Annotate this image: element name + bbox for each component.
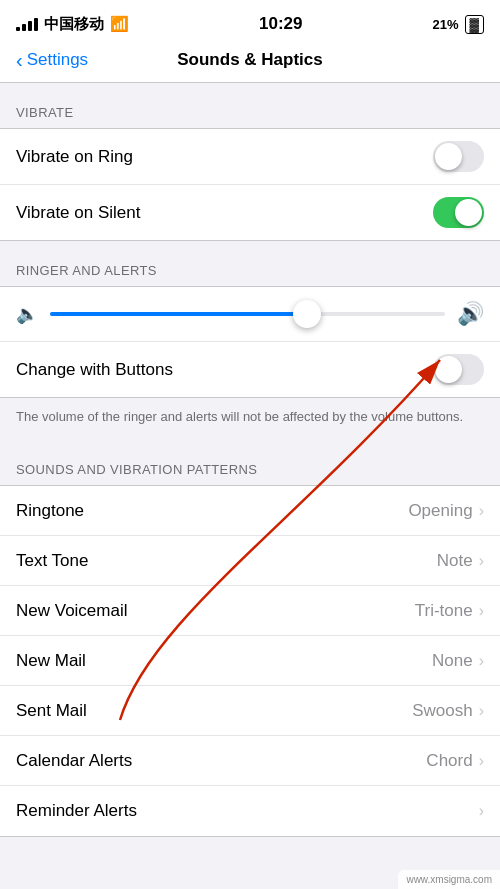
text-tone-row[interactable]: Text Tone Note › <box>0 536 500 586</box>
reminder-alerts-label: Reminder Alerts <box>16 801 473 821</box>
chevron-right-icon: › <box>479 752 484 770</box>
sounds-section-header: SOUNDS AND VIBRATION PATTERNS <box>0 440 500 485</box>
new-mail-label: New Mail <box>16 651 432 671</box>
chevron-left-icon: ‹ <box>16 49 23 72</box>
back-label: Settings <box>27 50 88 70</box>
vibrate-on-ring-row: Vibrate on Ring <box>0 129 500 185</box>
reminder-alerts-row[interactable]: Reminder Alerts › <box>0 786 500 836</box>
status-right: 21% ▓ <box>432 15 484 34</box>
status-time: 10:29 <box>259 14 302 34</box>
volume-slider[interactable] <box>50 312 445 316</box>
sent-mail-value: Swoosh <box>412 701 472 721</box>
signal-icon <box>16 18 38 31</box>
status-bar: 中国移动 📶 10:29 21% ▓ <box>0 0 500 40</box>
vibrate-group: Vibrate on Ring Vibrate on Silent <box>0 128 500 241</box>
battery-icon: ▓ <box>465 15 484 34</box>
ringer-info-text: The volume of the ringer and alerts will… <box>0 398 500 440</box>
vibrate-section-header: VIBRATE <box>0 83 500 128</box>
ringtone-row[interactable]: Ringtone Opening › <box>0 486 500 536</box>
volume-high-icon: 🔊 <box>457 301 484 327</box>
toggle-knob <box>435 143 462 170</box>
calendar-alerts-row[interactable]: Calendar Alerts Chord › <box>0 736 500 786</box>
text-tone-value: Note <box>437 551 473 571</box>
sent-mail-row[interactable]: Sent Mail Swoosh › <box>0 686 500 736</box>
chevron-right-icon: › <box>479 552 484 570</box>
chevron-right-icon: › <box>479 802 484 820</box>
vibrate-on-ring-label: Vibrate on Ring <box>16 147 433 167</box>
change-with-buttons-label: Change with Buttons <box>16 360 433 380</box>
vibrate-on-ring-toggle[interactable] <box>433 141 484 172</box>
battery-label: 21% <box>432 17 458 32</box>
calendar-alerts-label: Calendar Alerts <box>16 751 426 771</box>
back-button[interactable]: ‹ Settings <box>16 49 88 72</box>
vibrate-on-silent-label: Vibrate on Silent <box>16 203 433 223</box>
sounds-group: Ringtone Opening › Text Tone Note › New … <box>0 485 500 837</box>
ringer-group: 🔈 🔊 Change with Buttons <box>0 286 500 398</box>
sent-mail-label: Sent Mail <box>16 701 412 721</box>
chevron-right-icon: › <box>479 502 484 520</box>
slider-fill <box>50 312 307 316</box>
new-voicemail-value: Tri-tone <box>415 601 473 621</box>
wifi-icon: 📶 <box>110 15 129 33</box>
slider-thumb[interactable] <box>293 300 321 328</box>
vibrate-on-silent-row: Vibrate on Silent <box>0 185 500 240</box>
nav-bar: ‹ Settings Sounds & Haptics <box>0 40 500 83</box>
chevron-right-icon: › <box>479 602 484 620</box>
watermark: www.xmsigma.com <box>398 870 500 889</box>
new-mail-row[interactable]: New Mail None › <box>0 636 500 686</box>
toggle-knob <box>435 356 462 383</box>
volume-low-icon: 🔈 <box>16 303 38 325</box>
new-mail-value: None <box>432 651 473 671</box>
toggle-knob <box>455 199 482 226</box>
carrier-label: 中国移动 <box>44 15 104 34</box>
text-tone-label: Text Tone <box>16 551 437 571</box>
change-with-buttons-row: Change with Buttons <box>0 342 500 397</box>
new-voicemail-row[interactable]: New Voicemail Tri-tone › <box>0 586 500 636</box>
chevron-right-icon: › <box>479 652 484 670</box>
change-with-buttons-toggle[interactable] <box>433 354 484 385</box>
calendar-alerts-value: Chord <box>426 751 472 771</box>
status-left: 中国移动 📶 <box>16 15 129 34</box>
ringtone-label: Ringtone <box>16 501 408 521</box>
volume-slider-row: 🔈 🔊 <box>0 287 500 342</box>
vibrate-on-silent-toggle[interactable] <box>433 197 484 228</box>
ringer-section-header: RINGER AND ALERTS <box>0 241 500 286</box>
new-voicemail-label: New Voicemail <box>16 601 415 621</box>
ringtone-value: Opening <box>408 501 472 521</box>
chevron-right-icon: › <box>479 702 484 720</box>
page-title: Sounds & Haptics <box>177 50 322 70</box>
